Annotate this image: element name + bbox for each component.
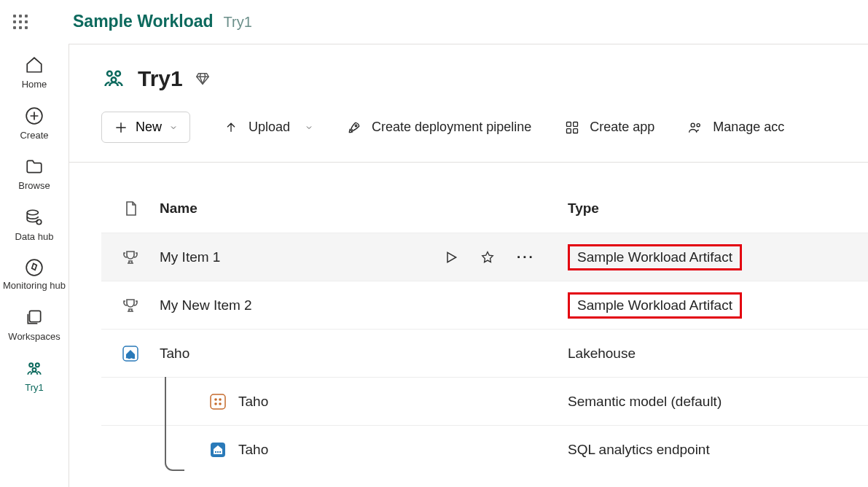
nav-monitoring[interactable]: Monitoring hub <box>0 258 69 292</box>
svg-rect-4 <box>30 311 41 322</box>
svg-rect-14 <box>567 128 571 133</box>
svg-point-8 <box>107 71 112 77</box>
manage-access-label: Manage acc <box>713 120 784 135</box>
plus-icon <box>114 120 128 135</box>
home-icon <box>25 55 44 74</box>
new-button-label: New <box>136 120 162 135</box>
table-row[interactable]: Taho Semantic model (default) <box>101 377 868 425</box>
nav-workspaces[interactable]: Workspaces <box>0 308 69 343</box>
svg-point-21 <box>219 398 222 401</box>
nav-create[interactable]: Create <box>0 106 69 141</box>
plus-circle-icon <box>25 106 44 125</box>
svg-point-9 <box>115 71 120 77</box>
left-navigation: Home Create Browse Data hub Monitoring h… <box>0 44 69 487</box>
manage-access-icon <box>688 120 703 135</box>
trophy-icon <box>122 249 139 266</box>
compass-icon <box>25 258 44 277</box>
nav-home[interactable]: Home <box>0 55 69 90</box>
nav-try1-label: Try1 <box>25 382 44 394</box>
svg-point-1 <box>27 210 38 215</box>
table-row[interactable]: My New Item 2 Sample Workload Artifact <box>101 281 868 329</box>
rocket-icon <box>347 120 361 135</box>
upload-button[interactable]: Upload <box>224 120 313 135</box>
item-type: Lakehouse <box>568 346 636 361</box>
column-header-name[interactable]: Name <box>160 200 444 217</box>
item-name: Taho <box>160 346 189 362</box>
svg-rect-25 <box>215 451 216 453</box>
workspaces-icon <box>25 308 44 327</box>
table-row[interactable]: Taho Lakehouse <box>101 329 868 377</box>
nav-browse[interactable]: Browse <box>0 157 69 192</box>
svg-point-3 <box>26 260 42 276</box>
folder-icon <box>25 157 44 176</box>
item-type: SQL analytics endpoint <box>568 442 710 457</box>
chevron-down-icon <box>305 123 313 132</box>
svg-point-2 <box>36 219 42 225</box>
semantic-model-icon <box>209 393 227 410</box>
workspace-people-icon <box>101 66 126 91</box>
workspace-title: Try1 <box>138 66 183 91</box>
breadcrumb-root[interactable]: Sample Workload <box>73 12 214 31</box>
nav-create-label: Create <box>20 130 48 141</box>
more-icon[interactable]: ··· <box>517 249 535 265</box>
svg-point-20 <box>214 398 217 401</box>
svg-point-16 <box>691 123 695 127</box>
svg-point-17 <box>697 123 700 126</box>
upload-label: Upload <box>249 120 290 135</box>
svg-rect-19 <box>211 394 225 409</box>
nav-browse-label: Browse <box>18 180 50 192</box>
svg-rect-27 <box>219 451 221 453</box>
breadcrumb-current[interactable]: Try1 <box>224 14 252 31</box>
chevron-down-icon <box>169 123 178 132</box>
manage-access-button[interactable]: Manage acc <box>688 120 784 135</box>
item-name: My Item 1 <box>160 249 220 265</box>
star-icon[interactable] <box>480 250 495 265</box>
nav-home-label: Home <box>22 79 47 90</box>
svg-point-6 <box>36 363 39 367</box>
table-row[interactable]: Taho SQL analytics endpoint <box>101 425 868 473</box>
sql-endpoint-icon <box>209 441 227 459</box>
create-pipeline-label: Create deployment pipeline <box>372 120 531 135</box>
diamond-icon[interactable] <box>195 71 211 87</box>
svg-rect-12 <box>567 122 571 126</box>
create-app-button[interactable]: Create app <box>565 120 654 135</box>
database-icon <box>25 208 44 227</box>
app-launcher-icon[interactable] <box>13 15 28 29</box>
item-type: Sample Workload Artifact <box>568 292 742 319</box>
people-icon <box>25 359 44 378</box>
create-app-label: Create app <box>590 120 654 135</box>
lakehouse-icon <box>122 345 139 362</box>
svg-point-22 <box>214 402 217 405</box>
svg-point-23 <box>219 402 222 405</box>
workspace-toolbar: New Upload Create deployment pipeline Cr… <box>69 91 868 163</box>
item-name: Taho <box>238 442 268 458</box>
svg-point-11 <box>355 125 357 127</box>
item-name: My New Item 2 <box>160 297 252 313</box>
nav-monitoring-label: Monitoring hub <box>3 280 66 292</box>
svg-rect-13 <box>574 122 578 126</box>
play-icon[interactable] <box>444 250 458 265</box>
trophy-icon <box>122 297 139 314</box>
svg-rect-15 <box>574 128 578 133</box>
svg-point-5 <box>29 363 33 367</box>
items-table: Name Type My Item 1 ··· Sample Workload … <box>101 184 868 473</box>
table-header-row: Name Type <box>101 184 868 233</box>
apps-icon <box>565 120 579 135</box>
item-type: Semantic model (default) <box>568 394 722 409</box>
item-type: Sample Workload Artifact <box>568 244 742 270</box>
item-name: Taho <box>238 394 268 410</box>
new-button[interactable]: New <box>101 112 190 143</box>
breadcrumb: Sample Workload Try1 <box>73 12 252 31</box>
column-header-type[interactable]: Type <box>568 200 868 217</box>
table-row[interactable]: My Item 1 ··· Sample Workload Artifact <box>101 233 868 281</box>
nav-datahub[interactable]: Data hub <box>0 208 69 243</box>
file-icon <box>122 200 139 217</box>
upload-icon <box>224 120 238 135</box>
nav-try1[interactable]: Try1 <box>0 359 69 394</box>
create-pipeline-button[interactable]: Create deployment pipeline <box>347 120 531 135</box>
svg-rect-26 <box>217 451 219 453</box>
nav-datahub-label: Data hub <box>15 231 54 243</box>
nav-workspaces-label: Workspaces <box>8 331 60 343</box>
